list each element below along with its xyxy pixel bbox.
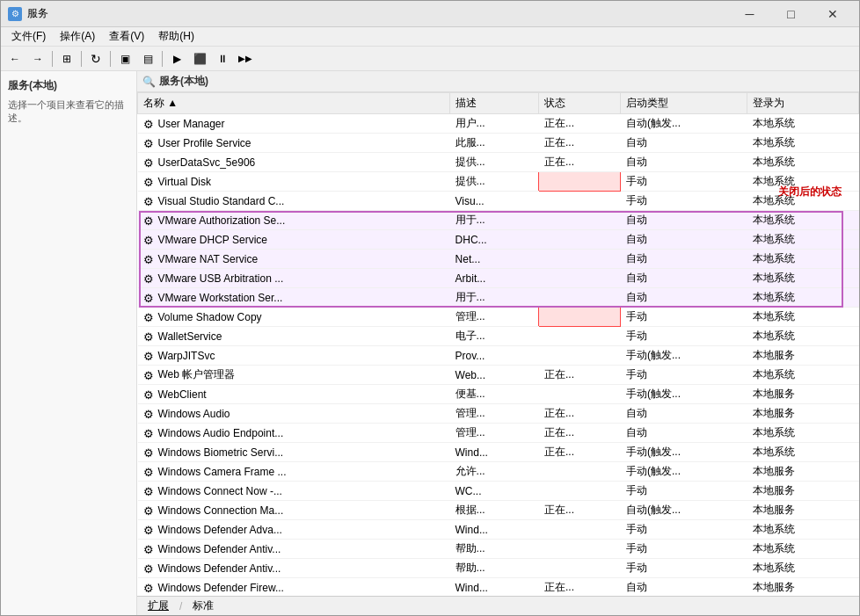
service-desc-cell: 帮助... [450,559,539,578]
service-name-label: WebClient [158,388,207,401]
refresh-button[interactable]: ↻ [85,49,106,69]
menu-action[interactable]: 操作(A) [53,27,102,46]
service-status-cell [539,482,621,501]
up-button[interactable]: ⊞ [56,49,77,69]
table-row[interactable]: ⚙Volume Shadow Copy管理...手动本地系统 [138,308,859,327]
status-bar: 扩展 / 标准 [137,596,859,615]
filter-button[interactable]: ▤ [137,49,158,69]
table-row[interactable]: ⚙Windows Camera Frame ...允许...手动(触发...本地… [138,462,859,482]
service-startup-cell: 自动(触发... [621,114,747,134]
table-row[interactable]: ⚙VMware Workstation Ser...用于...自动本地系统 [138,288,859,308]
service-icon: ⚙ [143,582,156,594]
service-icon: ⚙ [143,446,156,459]
service-name-label: VMware Authorization Se... [158,214,286,227]
service-logon-cell: 本地系统 [747,520,859,540]
main-content: 服务(本地) 选择一个项目来查看它的描述。 🔍 服务(本地) 名称 ▲ 描述 状… [1,71,859,615]
table-row[interactable]: ⚙Web 帐户管理器Web...正在...手动本地系统 [138,366,859,385]
col-logon[interactable]: 登录为 [747,93,859,114]
table-header: 名称 ▲ 描述 状态 启动类型 登录为 [138,93,859,114]
table-row[interactable]: ⚙Windows Connection Ma...根据...正在...自动(触发… [138,501,859,520]
table-row[interactable]: ⚙VMware DHCP ServiceDHC...自动本地系统 [138,230,859,250]
table-row[interactable]: ⚙UserDataSvc_5e906提供...正在...自动本地系统 [138,153,859,172]
table-row[interactable]: ⚙Windows Audio管理...正在...自动本地服务 [138,404,859,424]
service-logon-cell: 本地系统 [747,211,859,230]
service-name-label: Windows Connection Ma... [158,504,284,517]
restart-button[interactable]: ▶▶ [235,49,256,69]
title-bar: ⚙ 服务 ─ □ ✕ [1,1,859,27]
col-status[interactable]: 状态 [539,93,621,114]
service-icon: ⚙ [143,292,156,304]
service-status-cell: 正在... [539,424,621,443]
service-desc-cell: 此服... [450,134,539,153]
back-button[interactable]: ← [4,49,26,69]
menu-view[interactable]: 查看(V) [102,27,151,46]
service-status-cell [539,230,621,250]
service-logon-cell: 本地系统 [747,230,859,250]
table-row[interactable]: ⚙VMware NAT ServiceNet...自动本地系统 [138,250,859,269]
service-name-label: VMware Workstation Ser... [158,292,283,304]
service-desc-cell: Wind... [450,520,539,540]
col-name[interactable]: 名称 ▲ [138,93,450,114]
table-row[interactable]: ⚙Windows Connect Now -...WC...手动本地服务 [138,482,859,501]
service-logon-cell: 本地系统 [747,114,859,134]
service-desc-cell: Prov... [450,346,539,366]
service-startup-cell: 自动 [621,250,747,269]
service-icon: ⚙ [143,253,156,265]
service-icon: ⚙ [143,311,156,323]
service-status-cell [539,192,621,211]
service-name-cell: ⚙VMware NAT Service [138,250,450,269]
table-row[interactable]: ⚙Windows Defender Firew...Wind...正在...自动… [138,578,859,597]
col-startup[interactable]: 启动类型 [621,93,747,114]
maximize-button[interactable]: □ [771,5,811,23]
service-logon-cell: 本地系统 [747,424,859,443]
table-row[interactable]: ⚙Windows Defender Antiv...帮助...手动本地系统 [138,540,859,559]
service-startup-cell: 手动(触发... [621,346,747,366]
service-startup-cell: 自动 [621,288,747,308]
service-icon: ⚙ [143,466,156,478]
table-row[interactable]: ⚙User Profile Service此服...正在...自动本地系统 [138,134,859,153]
menu-help[interactable]: 帮助(H) [151,27,201,46]
service-icon: ⚙ [143,272,156,285]
table-row[interactable]: ⚙Windows Defender Adva...Wind...手动本地系统 [138,520,859,540]
service-desc-cell: 帮助... [450,540,539,559]
service-status-cell: 正在... [539,114,621,134]
toolbar-sep-1 [52,51,53,67]
close-button[interactable]: ✕ [813,5,852,23]
service-status-cell: 正在... [539,578,621,597]
service-logon-cell: 本地服务 [747,346,859,366]
export-button[interactable]: ▣ [114,49,135,69]
table-row[interactable]: ⚙Windows Defender Antiv...帮助...手动本地系统 [138,559,859,578]
table-row[interactable]: ⚙Windows Audio Endpoint...管理...正在...自动本地… [138,424,859,443]
service-desc-cell: Visu... [450,192,539,211]
annotation-text: 关闭后的状态 [778,185,842,199]
service-icon: ⚙ [143,350,156,362]
tab-expand[interactable]: 扩展 [144,598,172,613]
service-logon-cell: 本地系统 [747,327,859,346]
service-desc-cell: Web... [450,366,539,385]
service-status-cell: 正在... [539,134,621,153]
service-status-cell: 正在... [539,501,621,520]
stop-button[interactable]: ⬛ [189,49,210,69]
service-name-label: Windows Defender Adva... [158,524,282,536]
start-button[interactable]: ▶ [166,49,187,69]
table-row[interactable]: ⚙Visual Studio Standard C...Visu...手动本地系… [138,192,859,211]
tab-standard[interactable]: 标准 [189,598,217,613]
table-row[interactable]: ⚙Windows Biometric Servi...Wind...正在...手… [138,443,859,462]
table-row[interactable]: ⚙WalletService电子...手动本地系统 [138,327,859,346]
table-row[interactable]: ⚙User Manager用户...正在...自动(触发...本地系统 [138,114,859,134]
service-name-cell: ⚙Volume Shadow Copy [138,308,450,327]
menu-file[interactable]: 文件(F) [4,27,53,46]
service-name-cell: ⚙Windows Biometric Servi... [138,443,450,462]
table-row[interactable]: ⚙VMware Authorization Se...用于...自动本地系统 [138,211,859,230]
minimize-button[interactable]: ─ [730,5,769,23]
forward-button[interactable]: → [27,49,48,69]
service-startup-cell: 手动 [621,540,747,559]
pause-button[interactable]: ⏸ [212,49,233,69]
table-row[interactable]: ⚙Virtual Disk提供...手动本地系统 [138,172,859,192]
col-desc[interactable]: 描述 [450,93,539,114]
table-row[interactable]: ⚙WarpJITSvcProv...手动(触发...本地服务 [138,346,859,366]
service-status-cell [539,327,621,346]
table-row[interactable]: ⚙WebClient便基...手动(触发...本地服务 [138,385,859,404]
services-table-container[interactable]: 名称 ▲ 描述 状态 启动类型 登录为 ⚙User Manager用户...正在… [137,92,859,596]
table-row[interactable]: ⚙VMware USB Arbitration ...Arbit...自动本地系… [138,269,859,288]
